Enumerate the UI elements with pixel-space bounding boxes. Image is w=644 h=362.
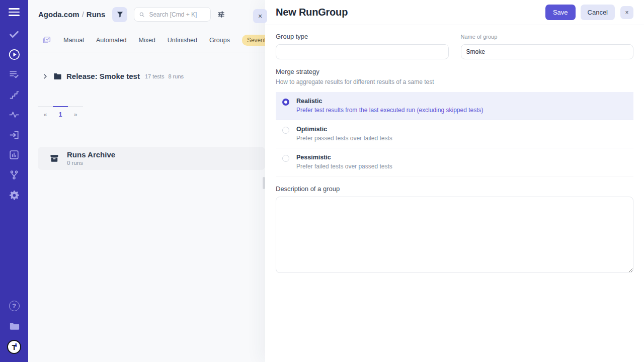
archive-title: Runs Archive [67,151,115,159]
drawer-title: New RunGroup [276,7,545,18]
sidebar-bottom: ? T [7,300,21,354]
cancel-button[interactable]: Cancel [581,5,615,20]
breadcrumb-separator: / [82,10,84,19]
pagination: « 1 » [38,106,83,118]
option-description: Prefer test results from the last execut… [296,107,484,114]
merge-strategy-label: Merge strategy [276,68,633,75]
new-rungroup-drawer: New RunGroup Save Cancel × Group type Na… [265,0,644,362]
tab-groups[interactable]: Groups [209,37,230,44]
option-description: Prefer passed tests over failed tests [296,135,392,142]
drawer-body: Group type Name of group Merge strategy … [265,25,644,281]
list-check-icon[interactable] [8,68,21,81]
drawer-close-button[interactable]: × [620,6,633,19]
group-type-input[interactable] [276,44,449,59]
tab-mixed[interactable]: Mixed [138,37,155,44]
runs-count: 8 runs [168,73,184,79]
search-box[interactable] [134,7,211,22]
group-type-label: Group type [276,33,449,40]
option-title: Pessimistic [296,154,392,161]
runs-archive-row[interactable]: Runs Archive 0 runs [38,147,265,170]
tests-count: 17 tests [145,73,165,79]
option-pessimistic[interactable]: Pessimistic Prefer failed tests over pas… [276,148,633,176]
hamburger-menu-icon[interactable] [9,8,20,16]
app-window: ? T Agoda.com/Runs [0,0,644,362]
folder-icon [53,72,62,80]
option-text: Optimistic Prefer passed tests over fail… [296,126,392,142]
pagination-page-1[interactable]: 1 [53,106,68,118]
name-of-group-input[interactable] [461,44,634,59]
funnel-icon [116,11,124,18]
sliders-icon [217,10,225,19]
option-optimistic[interactable]: Optimistic Prefer passed tests over fail… [276,120,633,148]
branch-icon[interactable] [8,169,21,182]
search-input[interactable] [148,11,206,19]
option-text: Realistic Prefer test results from the l… [296,98,484,114]
archive-text: Runs Archive 0 runs [67,151,115,166]
option-description: Prefer failed tests over passed tests [296,163,392,170]
save-button[interactable]: Save [545,5,576,20]
drawer-header: New RunGroup Save Cancel × [265,0,644,25]
avatar[interactable]: T [7,340,21,354]
search-icon [139,11,145,18]
folder-icon[interactable] [8,320,21,332]
breadcrumb-project[interactable]: Agoda.com [38,10,79,19]
severity-badge[interactable]: Severity [242,35,265,46]
radio-icon[interactable] [282,127,289,134]
archive-count: 0 runs [67,160,115,166]
sidebar: ? T [0,0,28,362]
run-group-row[interactable]: Release: Smoke test 17 tests 8 runs [42,72,184,80]
runs-panel-header: Agoda.com/Runs [28,0,265,29]
breadcrumb-page: Runs [87,10,106,19]
archive-icon [49,153,59,163]
run-group-title: Release: Smoke test [66,72,140,80]
adjustments-button[interactable] [217,10,225,19]
bar-chart-icon[interactable] [8,149,21,161]
help-icon[interactable]: ? [8,300,21,312]
group-type-field: Group type [276,33,449,59]
merge-strategy-hint: How to aggregate results for different r… [276,78,633,85]
filter-button[interactable] [112,7,127,22]
description-label: Description of a group [276,185,633,193]
select-all-icon[interactable] [42,36,51,45]
tab-automated[interactable]: Automated [96,37,126,44]
option-title: Realistic [296,98,484,105]
runs-filter-tabs: Manual Automated Mixed Unfinished Groups… [28,29,265,52]
description-section: Description of a group [276,185,633,273]
gear-icon[interactable] [8,189,21,202]
form-grid: Group type Name of group [276,33,633,59]
pagination-prev[interactable]: « [38,106,53,118]
tab-unfinished[interactable]: Unfinished [168,37,197,44]
checkmark-icon[interactable] [8,28,21,41]
panel-close-button[interactable]: × [253,9,267,23]
play-circle-icon[interactable] [8,48,21,61]
chevron-right-icon[interactable] [42,73,48,79]
radio-icon[interactable] [282,155,289,162]
name-of-group-label: Name of group [461,34,634,40]
runs-panel: Agoda.com/Runs Manual Automated Mixed Un… [28,0,265,362]
sign-in-icon[interactable] [8,129,21,141]
option-text: Pessimistic Prefer failed tests over pas… [296,154,392,170]
pulse-icon[interactable] [8,109,21,121]
sidebar-nav [8,28,21,202]
pagination-next[interactable]: » [68,106,83,118]
merge-options: Realistic Prefer test results from the l… [276,92,633,176]
description-textarea[interactable] [276,197,633,273]
radio-icon[interactable] [282,99,289,106]
tab-manual[interactable]: Manual [63,37,84,44]
breadcrumb: Agoda.com/Runs [38,10,105,19]
steps-icon[interactable] [8,88,21,101]
merge-strategy-section: Merge strategy How to aggregate results … [276,68,633,176]
option-realistic[interactable]: Realistic Prefer test results from the l… [276,92,633,120]
name-field: Name of group [461,33,634,59]
option-title: Optimistic [296,126,392,133]
